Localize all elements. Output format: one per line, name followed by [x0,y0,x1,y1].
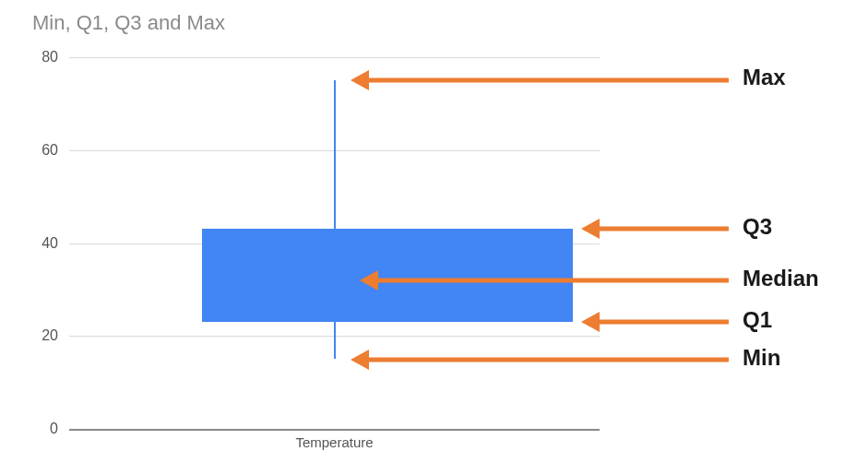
arrow-head-icon [581,312,600,332]
y-tick-60: 60 [21,142,69,159]
gridline-0 [69,429,600,431]
arrow-head-icon [351,70,369,90]
arrow-shaft [367,358,729,362]
gridline-80 [69,57,600,58]
y-tick-80: 80 [21,49,69,65]
y-tick-40: 40 [21,235,69,252]
annotation-q1: Q1 [743,307,772,333]
arrow-shaft [598,320,729,325]
annotation-min: Min [743,345,780,371]
y-tick-20: 20 [21,327,69,344]
plot-area: 80 60 40 20 0 Temperature [69,57,600,429]
arrow-q1 [581,317,729,326]
arrow-shaft [376,279,729,283]
arrow-shaft [598,227,729,232]
arrow-median [360,276,729,285]
arrow-q3 [581,224,729,233]
annotation-median: Median [743,266,819,291]
chart-title: Min, Q1, Q3 and Max [32,11,225,35]
arrow-shaft [367,78,729,83]
x-axis-label: Temperature [295,434,373,450]
arrow-head-icon [581,219,600,239]
annotation-q3: Q3 [743,214,772,240]
arrow-max [351,76,729,85]
y-tick-0: 0 [21,421,69,437]
annotation-max: Max [743,65,786,90]
chart-container: { "title": "Min, Q1, Q3 and Max", "x_axi… [0,0,868,463]
arrow-head-icon [360,270,378,291]
arrow-min [351,355,729,364]
arrow-head-icon [351,350,369,370]
